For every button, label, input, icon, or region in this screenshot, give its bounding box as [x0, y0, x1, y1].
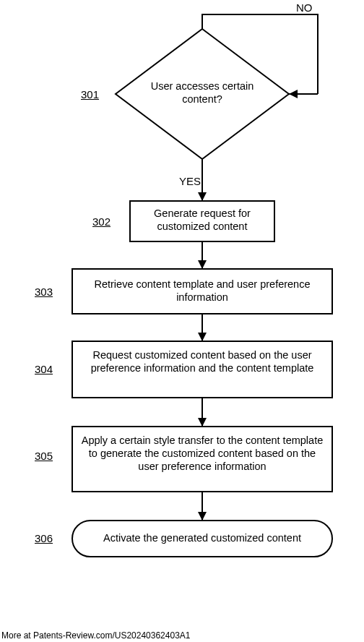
- footer-text: More at Patents-Review.com/US20240362403…: [1, 630, 191, 641]
- svg-marker-10: [198, 418, 207, 427]
- svg-marker-4: [198, 192, 207, 201]
- step-num-305: 305: [35, 450, 53, 462]
- decision-text: User accesses certain content?: [137, 80, 267, 106]
- process-304-text: Request customized content based on the …: [79, 348, 325, 374]
- step-num-302: 302: [92, 215, 110, 228]
- svg-marker-2: [289, 90, 298, 98]
- process-303-text: Retrieve content template and user prefe…: [79, 278, 325, 304]
- yes-label: YES: [179, 175, 201, 187]
- step-num-301: 301: [81, 88, 99, 100]
- step-num-306: 306: [35, 532, 53, 544]
- svg-marker-12: [198, 512, 207, 521]
- step-num-304: 304: [35, 363, 53, 375]
- no-label: NO: [296, 1, 313, 14]
- svg-marker-6: [198, 260, 207, 269]
- process-302-text: Generate request for customized content: [137, 207, 267, 233]
- arrow-304-305: [198, 398, 207, 427]
- svg-marker-8: [198, 333, 207, 341]
- arrow-305-306: [198, 492, 207, 521]
- step-num-303: 303: [35, 286, 53, 298]
- terminator-306-text: Activate the generated customized conten…: [79, 531, 325, 544]
- process-305-text: Apply a certain style transfer to the co…: [79, 434, 325, 473]
- arrow-302-303: [198, 241, 207, 269]
- arrow-303-304: [198, 314, 207, 341]
